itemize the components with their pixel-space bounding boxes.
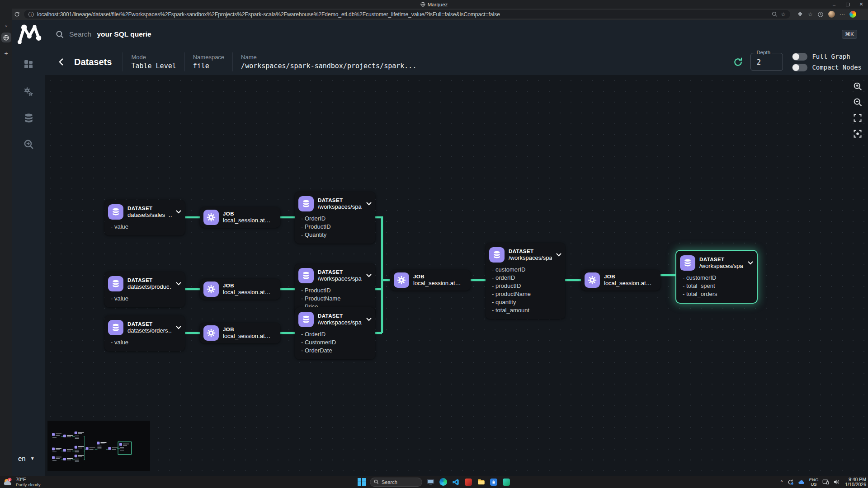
cast-device-icon[interactable] <box>822 479 829 485</box>
copilot-icon[interactable] <box>849 11 856 18</box>
depth-input[interactable]: Depth 2 <box>750 53 783 71</box>
dataset-node-ds-sales[interactable]: DATASETdatasets/sales_…- value <box>104 200 185 235</box>
sidebar-item-datasets[interactable] <box>12 113 45 124</box>
history-clock-icon[interactable] <box>817 11 824 18</box>
database-icon <box>108 204 123 220</box>
zoom-in-button[interactable] <box>853 81 863 91</box>
desktop: Marquez – ✕ ← i localhost:3001/lineage/d… <box>0 0 868 488</box>
compact-nodes-toggle[interactable] <box>792 64 807 71</box>
active-tab[interactable] <box>1 33 11 42</box>
minimize-button[interactable]: – <box>827 0 841 9</box>
name-value: /workspaces/spark-sandbox/projects/spark… <box>241 62 416 70</box>
chevron-down-icon[interactable] <box>366 318 372 321</box>
sidebar-item-dashboard[interactable] <box>12 59 45 70</box>
sidebar-item-search[interactable] <box>12 139 45 150</box>
node-field: - value <box>111 295 181 303</box>
full-graph-toggle[interactable] <box>792 53 807 61</box>
chevron-down-icon[interactable] <box>176 326 181 329</box>
chevron-down-icon[interactable] <box>366 202 372 206</box>
depth-value[interactable]: 2 <box>751 53 783 66</box>
start-button[interactable] <box>357 478 366 487</box>
profile-avatar[interactable] <box>828 11 835 18</box>
node-type-label: DATASET <box>318 269 362 275</box>
page-title: Datasets <box>74 57 112 67</box>
sync-tray-icon[interactable] <box>787 479 794 485</box>
language-selector[interactable]: en ▼ <box>18 455 35 462</box>
vscode-icon[interactable] <box>451 478 460 487</box>
search-icon <box>56 30 64 39</box>
job-node-job-products[interactable]: JOBlocal_session.at… <box>200 279 280 300</box>
job-node-job-orders[interactable]: JOBlocal_session.at… <box>200 323 280 343</box>
hidden-icons-chevron[interactable]: ^ <box>781 479 783 485</box>
sql-search-bar[interactable]: Search your SQL querie ⌘K <box>45 20 868 49</box>
clock-widget[interactable]: 9:40 PM 1/10/2026 <box>845 477 866 487</box>
dataset-node-ds-row3[interactable]: DATASET/workspaces/spa…- OrderID- Custom… <box>295 307 375 359</box>
dataset-node-ds-orders[interactable]: DATASETdatasets/orders…- value <box>104 315 185 351</box>
zoom-out-button[interactable] <box>853 97 863 107</box>
collapse-tabs-icon[interactable]: ⌄ <box>4 22 8 28</box>
depth-label: Depth <box>755 50 772 55</box>
vertical-tab-strip: ⌄ + <box>0 9 12 476</box>
speaker-icon[interactable] <box>833 479 840 485</box>
tray-time: 9:40 PM <box>849 477 866 482</box>
weather-widget[interactable]: 1 70°F Partly cloudy <box>3 476 40 488</box>
favorites-icon[interactable]: ☆ <box>808 11 813 18</box>
fit-view-button[interactable] <box>853 113 863 123</box>
language-tray-indicator[interactable]: ENG US <box>809 478 819 487</box>
dataset-node-ds-products[interactable]: DATASETdatasets/produc…- value <box>104 272 185 307</box>
new-tab-icon[interactable]: + <box>4 50 8 57</box>
maximize-button[interactable] <box>841 0 854 9</box>
url-text[interactable]: localhost:3001/lineage/dataset/file/%2Fw… <box>37 11 769 18</box>
chevron-down-icon[interactable] <box>748 261 753 265</box>
namespace-value: file <box>193 62 224 70</box>
taskbar-search[interactable]: Search <box>370 478 422 487</box>
center-view-button[interactable] <box>853 129 863 139</box>
minimap[interactable] <box>47 421 150 471</box>
chevron-down-icon[interactable] <box>366 274 372 277</box>
database-icon <box>298 268 314 283</box>
node-name: /workspaces/spa… <box>318 203 362 210</box>
dataset-node-ds-enriched[interactable]: DATASET/workspaces/spa…- customerID- ord… <box>486 243 565 319</box>
node-name: datasets/sales_… <box>127 211 172 218</box>
chevron-down-icon[interactable] <box>556 253 561 257</box>
zoom-in-icon <box>853 82 863 91</box>
site-info-icon[interactable]: i <box>28 12 34 17</box>
node-field: - value <box>111 223 181 231</box>
vscode-glyph-icon <box>452 479 459 486</box>
browser-titlebar: Marquez – ✕ <box>0 0 868 9</box>
task-view-button[interactable] <box>426 478 435 487</box>
more-menu-icon[interactable]: ⋯ <box>840 11 845 18</box>
sidebar-item-jobs[interactable] <box>12 86 45 98</box>
namespace-label: Namespace <box>193 54 224 61</box>
gear-icon <box>203 325 219 341</box>
edge-browser-icon[interactable] <box>439 478 448 487</box>
node-name: /workspaces/spa… <box>509 254 552 261</box>
back-button[interactable] <box>58 58 64 66</box>
refresh-button[interactable] <box>733 57 743 67</box>
close-button[interactable]: ✕ <box>854 0 868 9</box>
chevron-down-icon[interactable] <box>176 282 181 286</box>
dataset-node-ds-row1[interactable]: DATASET/workspaces/spa…- OrderID- Produc… <box>295 192 375 244</box>
taskbar-search-icon <box>374 479 379 484</box>
job-node-job-clv[interactable]: JOBlocal_session.at… <box>581 270 660 291</box>
file-explorer-icon[interactable] <box>476 478 486 487</box>
green-app-icon[interactable] <box>502 478 511 487</box>
tray-date: 1/10/2026 <box>845 482 866 487</box>
node-field-list: - value <box>111 295 181 303</box>
address-bar[interactable]: i localhost:3001/lineage/dataset/file/%2… <box>24 10 790 19</box>
onedrive-cloud-icon[interactable] <box>798 479 805 485</box>
chevron-down-icon[interactable] <box>176 210 181 214</box>
bookmark-star-icon[interactable]: ☆ <box>781 11 786 18</box>
office-app-icon[interactable] <box>464 478 473 487</box>
language-value: en <box>18 455 26 462</box>
job-node-job-join[interactable]: JOBlocal_session.at… <box>390 270 471 291</box>
job-node-job-sales[interactable]: JOBlocal_session.at… <box>200 207 280 228</box>
zoom-page-icon[interactable] <box>772 11 778 17</box>
window-title: Marquez <box>428 2 448 7</box>
reload-icon[interactable] <box>14 11 20 17</box>
center-view-icon <box>853 129 862 138</box>
extension-icon[interactable] <box>797 11 803 18</box>
store-app-icon[interactable] <box>489 478 498 487</box>
mode-value: Table Level <box>131 62 176 70</box>
dataset-node-ds-clv[interactable]: DATASET/workspaces/spa…- customerID- tot… <box>675 250 758 304</box>
